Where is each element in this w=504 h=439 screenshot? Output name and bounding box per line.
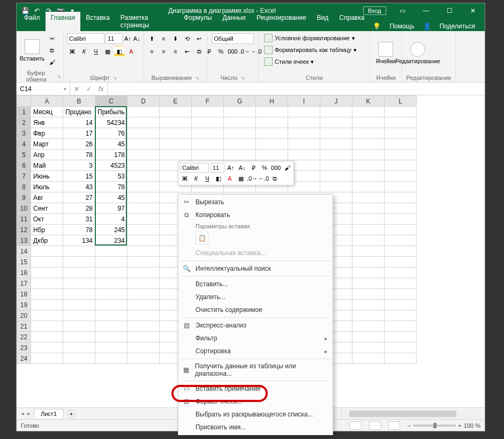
align-right-icon[interactable]: ≡ <box>170 46 181 57</box>
column-header[interactable]: F <box>192 96 224 107</box>
cell[interactable] <box>63 343 95 353</box>
sheet-nav-prev-icon[interactable]: ◂ <box>21 410 24 417</box>
row-header[interactable]: 14 <box>17 246 31 257</box>
row-header[interactable]: 8 <box>17 182 31 192</box>
cell[interactable] <box>95 321 127 332</box>
cell[interactable] <box>385 289 417 300</box>
cell[interactable] <box>320 171 352 182</box>
cell[interactable] <box>352 310 385 321</box>
cell[interactable] <box>385 353 417 364</box>
row-header[interactable]: 5 <box>17 150 31 160</box>
cell[interactable] <box>352 182 385 192</box>
align-left-icon[interactable]: ≡ <box>147 46 157 57</box>
cell[interactable] <box>352 117 385 128</box>
ribbon-tab-справка[interactable]: Справка <box>334 12 370 31</box>
cell[interactable] <box>31 246 63 257</box>
comma-icon[interactable]: 000 <box>228 46 238 57</box>
fx-icon[interactable]: fx <box>99 85 103 93</box>
cell[interactable] <box>127 353 160 364</box>
cell[interactable]: Дкбр <box>31 235 63 246</box>
cell[interactable]: 78 <box>95 182 127 192</box>
zoom-out-icon[interactable]: − <box>408 422 411 429</box>
cell[interactable] <box>127 257 160 267</box>
mini-comma-icon[interactable]: 000 <box>271 163 281 173</box>
cell[interactable] <box>385 310 417 321</box>
cell[interactable] <box>31 353 63 364</box>
view-page-layout-icon[interactable] <box>369 421 381 430</box>
cell[interactable] <box>31 257 63 267</box>
cell[interactable] <box>224 128 256 139</box>
cell[interactable] <box>385 343 417 353</box>
cell[interactable] <box>385 107 417 117</box>
align-center-icon[interactable]: ≡ <box>159 46 169 57</box>
cut-icon[interactable]: ✂ <box>47 33 57 44</box>
ribbon-tab-разметка страницы[interactable]: Разметка страницы <box>115 12 179 31</box>
cell[interactable] <box>352 289 385 300</box>
cell[interactable]: 78 <box>63 150 95 160</box>
cell[interactable] <box>127 332 160 343</box>
cell[interactable]: Март <box>31 139 63 150</box>
row-header[interactable]: 6 <box>17 160 31 171</box>
ctx-sort[interactable]: Сортировка▸ <box>178 345 333 358</box>
cell[interactable] <box>385 160 417 171</box>
row-header[interactable]: 24 <box>17 353 31 364</box>
column-header[interactable]: A <box>31 96 63 107</box>
cell[interactable] <box>352 128 385 139</box>
cell[interactable] <box>256 128 288 139</box>
cell[interactable] <box>127 150 160 160</box>
cell[interactable] <box>127 278 160 289</box>
cell[interactable] <box>256 117 288 128</box>
cancel-formula-icon[interactable]: ✕ <box>74 85 79 93</box>
ribbon-tab-формулы[interactable]: Формулы <box>178 12 217 31</box>
cell[interactable] <box>352 139 385 150</box>
mini-decrease-font-icon[interactable]: A↓ <box>237 163 247 173</box>
row-header[interactable]: 12 <box>17 225 31 235</box>
cell[interactable] <box>63 246 95 257</box>
clipboard-dialog-icon[interactable]: ↘ <box>57 73 61 79</box>
cell[interactable] <box>95 300 127 310</box>
format-painter-icon[interactable]: 🖌 <box>47 57 57 68</box>
row-header[interactable]: 19 <box>17 300 31 310</box>
cell[interactable]: 4523 <box>95 160 127 171</box>
cell[interactable]: 45 <box>95 192 127 203</box>
cell[interactable]: Янв <box>31 117 63 128</box>
mini-fill-color-icon[interactable]: ◧ <box>214 174 223 183</box>
cell[interactable] <box>352 321 385 332</box>
cell[interactable] <box>385 150 417 160</box>
cell[interactable] <box>352 257 385 267</box>
cell[interactable] <box>385 128 417 139</box>
wrap-text-icon[interactable]: ↩ <box>194 33 205 44</box>
view-normal-icon[interactable] <box>350 421 362 430</box>
zoom-control[interactable]: − + 100 % <box>408 422 480 429</box>
mini-dec-decimal-icon[interactable]: ←.0 <box>259 174 268 183</box>
percent-icon[interactable]: % <box>216 46 227 57</box>
cell-styles-button[interactable]: Стили ячеек ▾ <box>262 57 316 66</box>
cell[interactable] <box>127 128 160 139</box>
close-button[interactable]: ✕ <box>461 3 485 18</box>
cell[interactable]: 17 <box>63 128 95 139</box>
cell[interactable] <box>63 257 95 267</box>
cell[interactable] <box>63 353 95 364</box>
cell[interactable] <box>352 300 385 310</box>
zoom-slider[interactable] <box>413 425 456 427</box>
cell[interactable] <box>160 107 192 117</box>
cell[interactable] <box>385 192 417 203</box>
cell[interactable] <box>31 332 63 343</box>
cell[interactable] <box>127 203 160 214</box>
cell[interactable] <box>31 343 63 353</box>
cell[interactable] <box>192 107 224 117</box>
cell[interactable]: Прибыль <box>95 107 127 117</box>
ctx-dropdown[interactable]: Выбрать из раскрывающегося списка... <box>178 408 333 421</box>
cell[interactable]: Апр <box>31 150 63 160</box>
mini-bold-icon[interactable]: Ж <box>180 174 190 183</box>
cell[interactable] <box>63 278 95 289</box>
tell-me-label[interactable]: Помощь <box>386 21 417 31</box>
cell[interactable]: 53 <box>95 171 127 182</box>
ctx-filter[interactable]: Фильтр▸ <box>178 332 333 345</box>
cell[interactable]: 15 <box>63 171 95 182</box>
ribbon-tab-данные[interactable]: Данные <box>217 12 251 31</box>
name-box[interactable]: C14▾ <box>17 83 70 95</box>
cell[interactable] <box>385 235 417 246</box>
column-header[interactable]: D <box>127 96 160 107</box>
align-middle-icon[interactable]: ≡ <box>159 33 169 44</box>
